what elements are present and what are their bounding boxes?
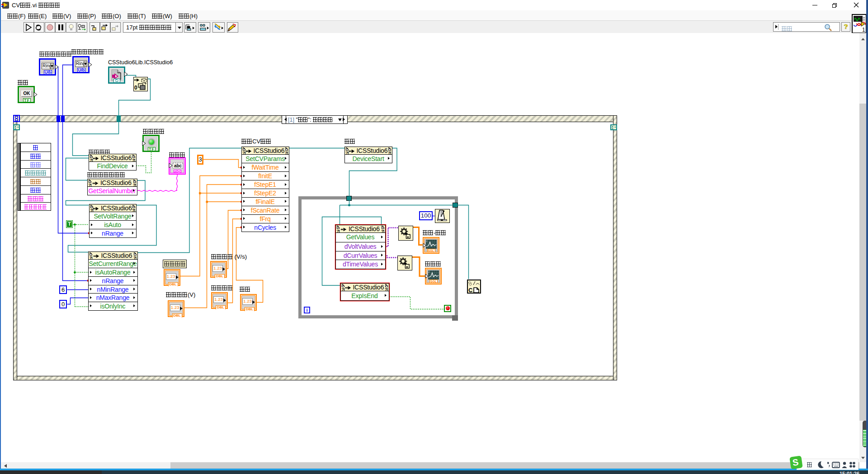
svg-text:0: 0	[134, 85, 137, 90]
